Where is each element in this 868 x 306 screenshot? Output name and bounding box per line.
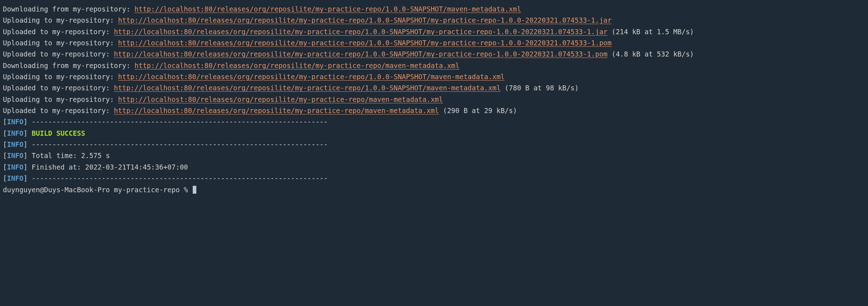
log-prefix: Uploaded to my-repository: [3, 84, 114, 92]
log-url[interactable]: http://localhost:80/releases/org/reposil… [118, 16, 612, 24]
bracket-open: [ [3, 163, 7, 171]
total-time-value: 2.575 s [81, 152, 110, 159]
log-prefix: Uploading to my-repository: [3, 73, 118, 81]
bracket-open: [ [3, 152, 7, 159]
total-time-label: Total time: [32, 152, 81, 159]
finished-at-value: 2022-03-21T14:45:36+07:00 [85, 163, 188, 171]
log-suffix: (4.8 kB at 532 kB/s) [608, 50, 694, 58]
log-prefix: Downloading from my-repository: [3, 62, 134, 69]
log-level-info: INFO [7, 129, 23, 137]
info-divider-line: [INFO] ---------------------------------… [3, 173, 865, 184]
prompt-line: duynguyen@Duys-MacBook-Pro my-practice-r… [3, 184, 865, 195]
log-prefix: Uploading to my-repository: [3, 16, 118, 24]
log-line: Uploaded to my-repository: http://localh… [3, 26, 865, 37]
bracket-close: ] [23, 152, 32, 159]
bracket-open: [ [3, 129, 7, 137]
bracket-open: [ [3, 118, 7, 126]
bracket-close: ] [23, 174, 32, 182]
bracket-close: ] [23, 129, 32, 137]
log-line: Uploading to my-repository: http://local… [3, 71, 865, 82]
cursor[interactable] [193, 186, 196, 194]
log-prefix: Uploaded to my-repository: [3, 107, 114, 114]
bracket-open: [ [3, 174, 7, 182]
divider: ----------------------------------------… [32, 174, 328, 182]
bracket-close: ] [23, 118, 32, 126]
log-url[interactable]: http://localhost:80/releases/org/reposil… [134, 62, 460, 69]
log-line: Uploaded to my-repository: http://localh… [3, 49, 865, 60]
log-prefix: Uploading to my-repository: [3, 95, 118, 103]
log-url[interactable]: http://localhost:80/releases/org/reposil… [118, 95, 443, 103]
log-prefix: Uploaded to my-repository: [3, 28, 114, 36]
log-url[interactable]: http://localhost:80/releases/org/reposil… [134, 5, 521, 13]
finished-at-line: [INFO] Finished at: 2022-03-21T14:45:36+… [3, 162, 865, 173]
divider: ----------------------------------------… [32, 140, 328, 148]
log-level-info: INFO [7, 152, 23, 159]
info-divider-line: [INFO] ---------------------------------… [3, 139, 865, 150]
bracket-open: [ [3, 140, 7, 148]
log-suffix: (214 kB at 1.5 MB/s) [608, 28, 694, 36]
log-line: Uploaded to my-repository: http://localh… [3, 105, 865, 116]
log-suffix: (780 B at 98 kB/s) [501, 84, 579, 92]
log-url[interactable]: http://localhost:80/releases/org/reposil… [114, 84, 501, 92]
log-prefix: Uploading to my-repository: [3, 39, 118, 47]
log-line: Uploaded to my-repository: http://localh… [3, 82, 865, 94]
log-line: Uploading to my-repository: http://local… [3, 15, 865, 26]
log-url[interactable]: http://localhost:80/releases/org/reposil… [114, 50, 608, 58]
log-url[interactable]: http://localhost:80/releases/org/reposil… [118, 73, 504, 81]
log-level-info: INFO [7, 118, 23, 126]
bracket-close: ] [23, 163, 32, 171]
log-url[interactable]: http://localhost:80/releases/org/reposil… [114, 107, 439, 114]
log-line: Downloading from my-repository: http://l… [3, 4, 865, 15]
log-prefix: Uploaded to my-repository: [3, 50, 114, 58]
build-success-text: BUILD SUCCESS [32, 129, 85, 137]
finished-at-label: Finished at: [32, 163, 85, 171]
info-divider-line: [INFO] ---------------------------------… [3, 116, 865, 127]
terminal-output[interactable]: Downloading from my-repository: http://l… [3, 4, 865, 195]
build-success-line: [INFO] BUILD SUCCESS [3, 128, 865, 139]
log-prefix: Downloading from my-repository: [3, 5, 134, 13]
divider: ----------------------------------------… [32, 118, 328, 126]
log-url[interactable]: http://localhost:80/releases/org/reposil… [118, 39, 612, 47]
total-time-line: [INFO] Total time: 2.575 s [3, 150, 865, 161]
bracket-close: ] [23, 140, 32, 148]
log-level-info: INFO [7, 140, 23, 148]
log-url[interactable]: http://localhost:80/releases/org/reposil… [114, 28, 608, 36]
log-line: Downloading from my-repository: http://l… [3, 60, 865, 71]
log-suffix: (290 B at 29 kB/s) [439, 107, 517, 114]
log-level-info: INFO [7, 163, 23, 171]
log-line: Uploading to my-repository: http://local… [3, 94, 865, 105]
shell-prompt: duynguyen@Duys-MacBook-Pro my-practice-r… [3, 186, 192, 194]
log-level-info: INFO [7, 174, 23, 182]
log-line: Uploading to my-repository: http://local… [3, 37, 865, 49]
